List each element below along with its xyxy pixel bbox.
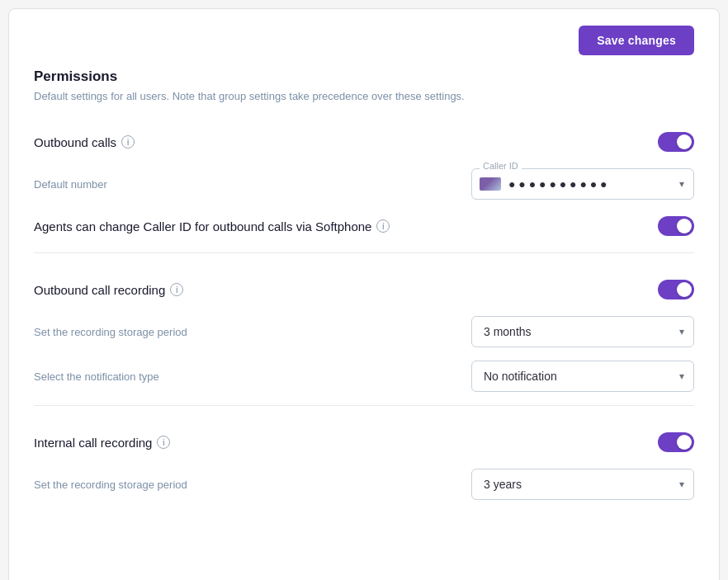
caller-id-wrapper: Caller ID ● ● ● ● ● ● ● ● ● ● ▾ — [471, 168, 694, 200]
page-subtitle: Default settings for all users. Note tha… — [34, 90, 694, 102]
outbound-recording-group: Outbound call recording i Set the record… — [34, 270, 694, 398]
notification-type-label: Select the notification type — [34, 370, 159, 383]
divider-1 — [34, 252, 694, 253]
default-number-row: Default number Caller ID ● ● ● ● ● ● ● ●… — [34, 162, 694, 206]
internal-recording-info-icon[interactable]: i — [157, 436, 170, 449]
outbound-calls-toggle[interactable] — [658, 132, 694, 152]
internal-recording-label: Internal call recording i — [34, 436, 170, 450]
caller-id-select[interactable]: ● ● ● ● ● ● ● ● ● ● — [471, 168, 694, 200]
internal-storage-period-label: Set the recording storage period — [34, 479, 187, 491]
internal-recording-row: Internal call recording i — [34, 422, 694, 462]
notification-type-select-wrapper: No notification Email SMS ▾ — [471, 361, 694, 392]
outbound-calls-label: Outbound calls i — [34, 135, 135, 149]
storage-period-select[interactable]: 3 months 1 month 6 months 1 year 2 years… — [471, 316, 694, 347]
storage-period-row: Set the recording storage period 3 month… — [34, 309, 694, 354]
page-container: Save changes Permissions Default setting… — [8, 8, 720, 580]
outbound-recording-row: Outbound call recording i — [34, 270, 694, 309]
top-bar: Save changes — [34, 26, 694, 55]
notification-type-select[interactable]: No notification Email SMS — [471, 361, 694, 392]
internal-recording-toggle[interactable] — [658, 432, 694, 452]
outbound-calls-info-icon[interactable]: i — [121, 135, 135, 149]
storage-period-label: Set the recording storage period — [34, 326, 187, 338]
outbound-calls-group: Outbound calls i Default number Caller I… — [34, 122, 694, 246]
internal-storage-period-select[interactable]: 3 years 1 month 3 months 6 months 1 year… — [471, 469, 694, 500]
outbound-recording-info-icon[interactable]: i — [170, 283, 183, 296]
storage-period-select-wrapper: 3 months 1 month 6 months 1 year 2 years… — [471, 316, 694, 347]
internal-storage-period-row: Set the recording storage period 3 years… — [34, 462, 694, 507]
change-caller-id-toggle[interactable] — [658, 216, 694, 236]
internal-storage-period-select-wrapper: 3 years 1 month 3 months 6 months 1 year… — [471, 469, 694, 500]
save-changes-button[interactable]: Save changes — [579, 26, 694, 55]
outbound-recording-label: Outbound call recording i — [34, 283, 183, 297]
page-title: Permissions — [34, 68, 694, 85]
default-number-label: Default number — [34, 178, 107, 191]
change-caller-id-row: Agents can change Caller ID for outbound… — [34, 206, 694, 246]
change-caller-id-info-icon[interactable]: i — [376, 219, 390, 233]
internal-recording-group: Internal call recording i Set the record… — [34, 422, 694, 507]
caller-id-label: Caller ID — [480, 161, 522, 171]
outbound-calls-row: Outbound calls i — [34, 122, 694, 162]
divider-2 — [34, 405, 694, 406]
outbound-recording-toggle[interactable] — [658, 280, 694, 299]
change-caller-id-label: Agents can change Caller ID for outbound… — [34, 219, 390, 233]
notification-type-row: Select the notification type No notifica… — [34, 354, 694, 398]
